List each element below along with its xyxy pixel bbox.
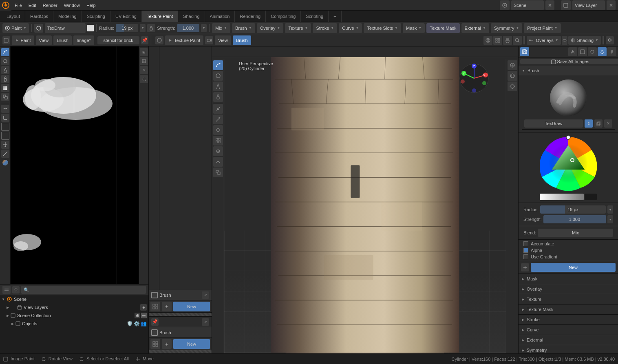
vp-tool-circle[interactable]: [213, 71, 223, 81]
obj-icon-1[interactable]: 🛡️: [127, 321, 133, 326]
rp-blend-field[interactable]: Mix: [538, 229, 613, 237]
brush-section-header[interactable]: ▼ Brush: [519, 66, 618, 75]
brush-new-btn-upper[interactable]: New: [173, 302, 210, 311]
rp-radius-arr[interactable]: ▼: [607, 205, 613, 214]
vp-tool-clone-lower[interactable]: [213, 168, 223, 177]
shading-dropdown[interactable]: Shading ▼: [568, 36, 601, 45]
rp-icon-4-active[interactable]: [598, 47, 607, 56]
viewport-sphere-icon[interactable]: [483, 36, 492, 45]
vl-icon[interactable]: ⊕: [140, 304, 147, 311]
brush-copy-btn[interactable]: [594, 119, 603, 128]
img-tool-3[interactable]: [140, 66, 148, 74]
brush-new-btn-lower[interactable]: New: [173, 339, 210, 349]
symmetry-dropdown[interactable]: Symmetry ▼: [491, 23, 522, 33]
radius-field[interactable]: 19 px: [116, 24, 138, 32]
white-strip[interactable]: [540, 194, 584, 200]
settings-icon-2[interactable]: ⚙: [606, 36, 614, 44]
menu-help[interactable]: Help: [83, 0, 99, 11]
menu-file[interactable]: File: [11, 0, 25, 11]
tool-draw[interactable]: [1, 48, 9, 56]
view-layer-name[interactable]: View Layer: [572, 0, 605, 10]
brush-dropdown[interactable]: Brush ▼: [232, 23, 255, 33]
black-strip[interactable]: [585, 194, 597, 200]
collapse-header-5[interactable]: ▶ Curve: [519, 325, 618, 335]
vp-tool-draw[interactable]: [213, 60, 223, 70]
texture-slots-dropdown[interactable]: Texture Slots ▼: [364, 23, 401, 33]
tool-ruler[interactable]: [1, 150, 9, 158]
scene-name[interactable]: Scene: [511, 0, 544, 10]
img-tool-2[interactable]: [140, 57, 148, 65]
bp-expand[interactable]: ⤢: [202, 318, 209, 326]
radius-lock[interactable]: [147, 24, 155, 32]
view-layer-close[interactable]: [607, 0, 616, 10]
vp-tool-5[interactable]: [213, 146, 223, 156]
tool-person[interactable]: [1, 75, 9, 83]
menu-edit[interactable]: Edit: [25, 0, 40, 11]
rp-icon-1[interactable]: [568, 47, 577, 56]
strength-down-arrow[interactable]: ▼: [201, 24, 207, 32]
vp-tool-grid[interactable]: [213, 136, 223, 146]
rp-new-btn[interactable]: New: [531, 263, 616, 272]
brush-count-badge[interactable]: 2: [585, 119, 593, 128]
image-menu[interactable]: Image*: [73, 35, 94, 45]
vp-nav-1[interactable]: [508, 60, 517, 70]
brush-name-display[interactable]: TexDraw: [524, 119, 583, 128]
collapse-header-4[interactable]: ▶ Stroke: [519, 315, 618, 324]
collapse-header-1[interactable]: ▶ Overlay: [519, 284, 618, 294]
brush-add-lower-btn[interactable]: +: [162, 339, 172, 349]
tree-scene-collection[interactable]: ▶ Scene Collection ⊕ ☰: [0, 311, 148, 320]
outliner-icon-sm[interactable]: [12, 286, 20, 293]
img-tool-1[interactable]: ⊞: [140, 48, 148, 56]
menu-render[interactable]: Render: [40, 0, 61, 11]
blender-logo[interactable]: [0, 0, 11, 11]
tool-box-2[interactable]: [1, 132, 9, 140]
radius-down-arrow[interactable]: ▼: [140, 24, 146, 32]
vp-nav-3[interactable]: [508, 82, 517, 91]
strength-field[interactable]: 1.000: [177, 24, 199, 32]
stroke-dropdown[interactable]: Stroke ▼: [313, 23, 337, 33]
rp-icon-2[interactable]: [578, 47, 587, 56]
vp-tool-arrow[interactable]: [213, 115, 223, 124]
ws-tab-shading[interactable]: Shading: [178, 11, 205, 22]
collapse-header-0[interactable]: ▶ Mask: [519, 274, 618, 284]
collapse-header-3[interactable]: ▶ Texture Mask: [519, 304, 618, 314]
tool-crop[interactable]: [1, 114, 9, 122]
stencil-field[interactable]: stencil for brick: [97, 36, 139, 44]
tool-box[interactable]: [1, 123, 9, 131]
ws-tab-sculpting[interactable]: Sculpting: [82, 11, 110, 22]
view-menu[interactable]: View: [36, 35, 52, 45]
rp-icon-3[interactable]: [588, 47, 597, 56]
vp-tool-wrench[interactable]: [213, 104, 223, 114]
cam-icon[interactable]: [205, 36, 213, 44]
overlay-dropdown[interactable]: Overlay ▼: [257, 23, 284, 33]
mask-dropdown[interactable]: Mask ▼: [403, 23, 425, 33]
brush-color-swatch[interactable]: [87, 25, 94, 31]
rp-icon-5[interactable]: [607, 47, 616, 56]
obj-icon-2[interactable]: ⚙️: [134, 321, 140, 326]
ws-tab-modeling[interactable]: Modeling: [53, 11, 82, 22]
ws-tab-compositing[interactable]: Compositing: [266, 11, 301, 22]
sc-icon-2[interactable]: ☰: [141, 313, 147, 318]
brush-panel-icon[interactable]: [151, 292, 158, 298]
bp-pin[interactable]: 📌: [151, 318, 159, 326]
brush-delete-btn[interactable]: ×: [604, 119, 612, 128]
collapse-header-6[interactable]: ▶ External: [519, 335, 618, 345]
brush-panel-lower-icon[interactable]: [151, 329, 158, 336]
viewport-hand-icon[interactable]: [503, 36, 512, 45]
texture-paint-menu[interactable]: Texture Paint: [165, 35, 203, 45]
cb-alpha[interactable]: [523, 248, 528, 253]
sc-icon-1[interactable]: ⊕: [135, 313, 140, 318]
tool-gradient[interactable]: [1, 84, 9, 92]
img-tool-4[interactable]: [140, 75, 148, 83]
rp-new-icon[interactable]: [521, 263, 529, 271]
pin-icon[interactable]: 📌: [141, 36, 149, 44]
texture-mask-dropdown[interactable]: Texture Mask: [426, 23, 459, 33]
ws-tab-animation[interactable]: Animation: [205, 11, 235, 22]
external-dropdown[interactable]: External ▼: [461, 23, 489, 33]
check-alpha[interactable]: Alpha: [521, 247, 616, 254]
texture-dropdown[interactable]: Texture ▼: [285, 23, 311, 33]
tree-objects[interactable]: ▶ Objects 🛡️ ⚙️ 👥: [0, 320, 148, 328]
ws-tab-rendering[interactable]: Rendering: [235, 11, 266, 22]
rp-save-icon[interactable]: [520, 47, 529, 56]
tool-move[interactable]: [1, 141, 9, 149]
